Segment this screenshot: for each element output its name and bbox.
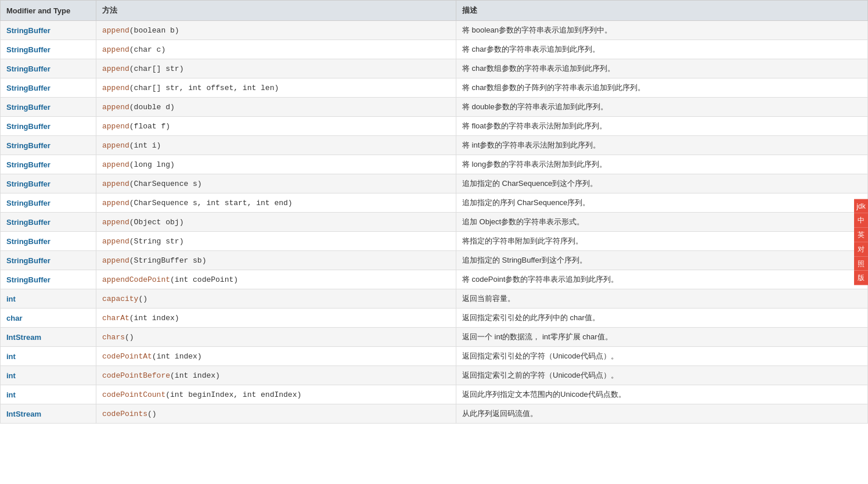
table-row: StringBufferappend(boolean b)将 boolean参数… <box>1 21 868 40</box>
method-name[interactable]: append <box>102 180 129 188</box>
modifier-value: StringBuffer <box>6 103 51 112</box>
description-cell: 追加指定的 StringBuffer到这个序列。 <box>456 251 868 270</box>
modifier-cell: StringBuffer <box>1 78 96 98</box>
method-name[interactable]: append <box>102 141 129 150</box>
description-text: 返回一个 int的数据流， int零序扩展 char值。 <box>462 332 613 341</box>
description-cell: 将 int参数的字符串表示法附加到此序列。 <box>456 136 868 155</box>
method-name[interactable]: chars <box>102 333 125 342</box>
method-cell[interactable]: append(CharSequence s) <box>96 174 456 193</box>
method-cell[interactable]: append(float f) <box>96 117 456 136</box>
method-cell[interactable]: codePointAt(int index) <box>96 347 456 366</box>
table-row: StringBufferappend(StringBuffer sb)追加指定的… <box>1 251 868 270</box>
method-name[interactable]: append <box>102 160 129 169</box>
method-name[interactable]: append <box>102 84 129 92</box>
modifier-cell: IntStream <box>1 404 96 424</box>
method-name[interactable]: append <box>102 199 129 207</box>
method-name[interactable]: appendCodePoint <box>102 275 170 284</box>
modifier-value: int <box>6 371 16 380</box>
description-cell: 将 float参数的字符串表示法附加到此序列。 <box>456 117 868 136</box>
modifier-value: StringBuffer <box>6 256 51 265</box>
method-cell[interactable]: codePointBefore(int index) <box>96 366 456 385</box>
description-text: 将指定的字符串附加到此字符序列。 <box>462 236 583 245</box>
method-name[interactable]: capacity <box>102 295 138 303</box>
method-cell[interactable]: append(int i) <box>96 136 456 155</box>
method-cell[interactable]: codePointCount(int beginIndex, int endIn… <box>96 385 456 404</box>
side-nav-item[interactable]: 英 <box>854 228 868 242</box>
description-text: 追加 Object参数的字符串表示形式。 <box>462 217 584 226</box>
method-cell[interactable]: capacity() <box>96 289 456 309</box>
method-cell[interactable]: codePoints() <box>96 404 456 424</box>
table-row: StringBufferappend(String str)将指定的字符串附加到… <box>1 232 868 251</box>
modifier-cell: StringBuffer <box>1 117 96 136</box>
side-nav-item[interactable]: 版 <box>854 271 868 285</box>
method-code: append(double d) <box>102 103 175 112</box>
modifier-value: int <box>6 352 16 361</box>
method-code: append(float f) <box>102 122 170 131</box>
side-nav: jdk中英对照版 <box>854 199 868 285</box>
description-text: 返回指定索引引处的字符（Unicode代码点）。 <box>462 352 618 360</box>
method-name[interactable]: charAt <box>102 314 129 322</box>
description-text: 将 char数组参数的字符串表示追加到此序列。 <box>462 64 615 73</box>
method-name[interactable]: append <box>102 237 129 246</box>
method-name[interactable]: append <box>102 256 129 265</box>
description-cell: 追加指定的序列 CharSequence序列。 <box>456 193 868 213</box>
method-name[interactable]: append <box>102 45 129 54</box>
method-cell[interactable]: append(double d) <box>96 98 456 117</box>
side-nav-item[interactable]: 照 <box>854 256 868 271</box>
side-nav-item[interactable]: 中 <box>854 213 868 228</box>
method-name[interactable]: codePointBefore <box>102 371 170 380</box>
modifier-value: StringBuffer <box>6 26 51 35</box>
description-cell: 返回此序列指定文本范围内的Unicode代码点数。 <box>456 385 868 404</box>
description-text: 将 boolean参数的字符串表示追加到序列中。 <box>462 26 612 34</box>
table-row: intcapacity()返回当前容量。 <box>1 289 868 309</box>
method-cell[interactable]: append(Object obj) <box>96 213 456 232</box>
description-text: 将 char数组参数的子阵列的字符串表示追加到此序列。 <box>462 83 645 92</box>
method-name[interactable]: append <box>102 26 129 35</box>
method-cell[interactable]: append(char[] str) <box>96 59 456 78</box>
method-code: append(Object obj) <box>102 218 183 227</box>
method-code: append(int i) <box>102 141 161 150</box>
modifier-cell: int <box>1 385 96 404</box>
table-row: intcodePointCount(int beginIndex, int en… <box>1 385 868 404</box>
method-code: append(long lng) <box>102 160 175 169</box>
description-cell: 追加 Object参数的字符串表示形式。 <box>456 213 868 232</box>
method-name[interactable]: append <box>102 122 129 131</box>
method-name[interactable]: codePoints <box>102 410 147 418</box>
method-name[interactable]: codePointCount <box>102 390 165 399</box>
method-cell[interactable]: append(long lng) <box>96 155 456 174</box>
table-row: StringBufferappend(CharSequence s)追加指定的 … <box>1 174 868 193</box>
method-name[interactable]: codePointAt <box>102 352 152 361</box>
side-nav-item[interactable]: 对 <box>854 242 868 257</box>
modifier-cell: IntStream <box>1 328 96 347</box>
description-cell: 将 double参数的字符串表示追加到此序列。 <box>456 98 868 117</box>
method-cell[interactable]: appendCodePoint(int codePoint) <box>96 270 456 289</box>
method-cell[interactable]: charAt(int index) <box>96 309 456 328</box>
method-cell[interactable]: append(char[] str, int offset, int len) <box>96 78 456 98</box>
header-description: 描述 <box>456 1 868 21</box>
method-cell[interactable]: chars() <box>96 328 456 347</box>
description-cell: 返回当前容量。 <box>456 289 868 309</box>
method-cell[interactable]: append(String str) <box>96 232 456 251</box>
modifier-cell: StringBuffer <box>1 155 96 174</box>
method-cell[interactable]: append(StringBuffer sb) <box>96 251 456 270</box>
method-code: append(boolean b) <box>102 26 179 35</box>
method-cell[interactable]: append(char c) <box>96 40 456 59</box>
method-code: codePoints() <box>102 410 157 418</box>
method-name[interactable]: append <box>102 64 129 73</box>
modifier-value: StringBuffer <box>6 237 51 246</box>
method-name[interactable]: append <box>102 218 129 227</box>
table-row: StringBufferappend(double d)将 double参数的字… <box>1 98 868 117</box>
modifier-value: StringBuffer <box>6 199 51 207</box>
method-code: append(CharSequence s) <box>102 180 202 188</box>
description-cell: 返回指定索引引处的此序列中的 char值。 <box>456 309 868 328</box>
description-cell: 将 char数组参数的子阵列的字符串表示追加到此序列。 <box>456 78 868 98</box>
modifier-value: char <box>6 314 22 322</box>
side-nav-item[interactable]: jdk <box>854 199 868 213</box>
table-row: charcharAt(int index)返回指定索引引处的此序列中的 char… <box>1 309 868 328</box>
method-cell[interactable]: append(boolean b) <box>96 21 456 40</box>
modifier-value: StringBuffer <box>6 218 51 227</box>
method-cell[interactable]: append(CharSequence s, int start, int en… <box>96 193 456 213</box>
method-name[interactable]: append <box>102 103 129 112</box>
method-code: appendCodePoint(int codePoint) <box>102 275 238 284</box>
table-row: StringBufferappend(Object obj)追加 Object参… <box>1 213 868 232</box>
